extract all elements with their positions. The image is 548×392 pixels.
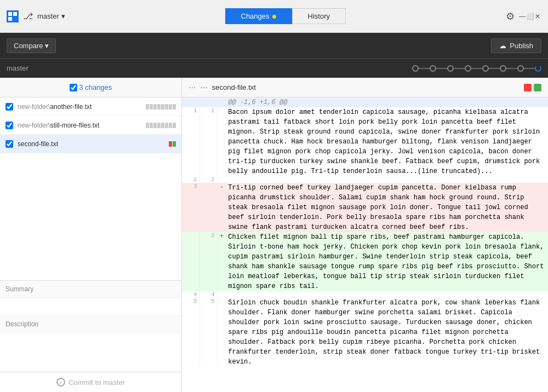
changes-dot xyxy=(272,15,276,19)
removed-indicator xyxy=(524,84,532,91)
bar xyxy=(165,104,168,109)
bar xyxy=(173,123,176,128)
select-all-checkbox[interactable] xyxy=(70,84,77,91)
current-branch: master xyxy=(7,64,28,72)
expand-icon[interactable]: ··· xyxy=(200,83,207,93)
bar xyxy=(153,104,157,109)
file-name-2: new-folder\still-more-files.txt xyxy=(18,122,146,129)
diff-line-text: Sirloin chuck boudin shankle frankfurter… xyxy=(226,298,547,367)
bar xyxy=(150,123,153,128)
diff-line-text xyxy=(226,176,547,183)
diff-sign xyxy=(217,107,226,176)
bar-removed xyxy=(169,141,172,147)
dot-line-7 xyxy=(524,68,535,69)
minimize-button[interactable]: — xyxy=(518,13,526,20)
close-button[interactable]: ✕ xyxy=(534,13,541,20)
diff-content[interactable]: @@ -1,6 +1,6 @@11Bacon ipsum dolor amet … xyxy=(182,97,548,392)
file-checkbox-3[interactable] xyxy=(5,140,13,148)
titlebar: ⎇ master ▾ Changes History ⚙ — ⬜ ✕ xyxy=(0,0,548,33)
description-input[interactable] xyxy=(0,333,181,370)
old-line-num: 2 xyxy=(182,176,199,183)
dot-line-5 xyxy=(489,68,500,69)
commit-dot-2 xyxy=(430,65,436,72)
diff-indicators xyxy=(524,84,541,91)
file-bars-1 xyxy=(146,104,176,109)
diff-line-text: Tri-tip corned beef turkey landjaeger cu… xyxy=(226,183,547,232)
branch-icon: ⎇ xyxy=(23,11,33,21)
table-row: 11Bacon ipsum dolor amet tenderloin capi… xyxy=(182,107,548,176)
branch-name: master xyxy=(37,12,59,20)
compare-label: Compare ▾ xyxy=(14,42,49,50)
commit-icon: ✓ xyxy=(56,378,65,387)
commit-label: Commit to master xyxy=(68,378,125,387)
gear-icon[interactable]: ⚙ xyxy=(506,10,515,22)
publish-button[interactable]: ☁ Publish xyxy=(491,38,541,53)
chevron-down-icon: ▾ xyxy=(61,12,65,20)
summary-label: Summary xyxy=(0,281,181,298)
bar xyxy=(157,104,161,109)
sidebar-header: 3 changes xyxy=(0,78,181,97)
compare-button[interactable]: Compare ▾ xyxy=(7,38,56,53)
list-item[interactable]: second-file.txt xyxy=(0,135,181,153)
bar xyxy=(169,104,172,109)
folder-2: new-folder\ xyxy=(18,122,50,129)
old-line-num: 5 xyxy=(182,298,199,367)
bar xyxy=(146,123,149,128)
commit-history-dots xyxy=(412,65,541,72)
summary-input[interactable] xyxy=(0,298,181,315)
line-num xyxy=(199,97,217,107)
diff-header: ··· ··· second-file.txt xyxy=(182,78,548,97)
old-line-num xyxy=(182,232,199,291)
tab-history[interactable]: History xyxy=(292,8,346,24)
diff-line-text: Bacon ipsum dolor amet tenderloin capico… xyxy=(226,107,547,176)
commit-dot-5 xyxy=(482,65,489,72)
summary-section: Summary Description xyxy=(0,280,181,372)
bar xyxy=(169,123,172,128)
changes-count: 3 changes xyxy=(79,83,112,91)
new-line-num: 3 xyxy=(199,232,217,291)
commit-section: ✓ Commit to master xyxy=(0,372,181,392)
file-checkbox-2[interactable] xyxy=(5,122,13,129)
added-indicator xyxy=(534,84,541,91)
commit-dot-4 xyxy=(465,65,471,72)
file-list: new-folder\another-file.txt new-fold xyxy=(0,97,181,280)
branch-selector[interactable]: master ▾ xyxy=(37,12,65,20)
dot-line-3 xyxy=(454,68,465,69)
line-num xyxy=(182,97,199,107)
list-item[interactable]: new-folder\another-file.txt xyxy=(0,97,181,116)
diff-line-text: Chicken filet mignon ball tip spare ribs… xyxy=(226,232,547,291)
publish-icon: ☁ xyxy=(499,42,506,50)
ellipsis-icon[interactable]: ··· xyxy=(189,83,196,93)
bar-added xyxy=(173,141,176,147)
branch-bar: master xyxy=(0,58,548,78)
svg-rect-0 xyxy=(8,12,12,16)
table-row: 55Sirloin chuck boudin shankle frankfurt… xyxy=(182,298,548,367)
svg-rect-1 xyxy=(13,12,17,16)
diff-table: @@ -1,6 +1,6 @@11Bacon ipsum dolor amet … xyxy=(182,97,548,367)
folder-1: new-folder\ xyxy=(18,103,50,111)
restore-button[interactable]: ⬜ xyxy=(526,13,534,20)
diff-view: ··· ··· second-file.txt @@ -1,6 +1,6 @@1… xyxy=(182,78,548,392)
toolbar: Compare ▾ ☁ Publish xyxy=(0,33,548,58)
file-bars-2 xyxy=(146,123,176,128)
dot-line-1 xyxy=(419,68,430,69)
table-row: 3-Tri-tip corned beef turkey landjaeger … xyxy=(182,183,548,232)
old-line-num: 1 xyxy=(182,107,199,176)
diff-line-text xyxy=(226,291,547,298)
tabs-container: Changes History xyxy=(65,8,506,24)
app-logo xyxy=(7,10,19,22)
hunk-header: @@ -1,6 +1,6 @@ xyxy=(226,97,547,107)
list-item[interactable]: new-folder\still-more-files.txt xyxy=(0,116,181,135)
sign-col xyxy=(217,97,226,107)
titlebar-left: ⎇ master ▾ xyxy=(7,10,65,22)
commit-dot-3 xyxy=(447,65,454,72)
bar xyxy=(153,123,157,128)
commit-button[interactable]: ✓ Commit to master xyxy=(56,378,125,387)
commit-dot-8-active xyxy=(535,65,541,72)
diff-sign xyxy=(217,176,226,183)
file-checkbox-1[interactable] xyxy=(5,103,13,111)
dot-line-6 xyxy=(506,68,517,69)
tab-changes[interactable]: Changes xyxy=(225,8,292,24)
commit-dot-6 xyxy=(500,65,506,72)
bar xyxy=(165,123,168,128)
